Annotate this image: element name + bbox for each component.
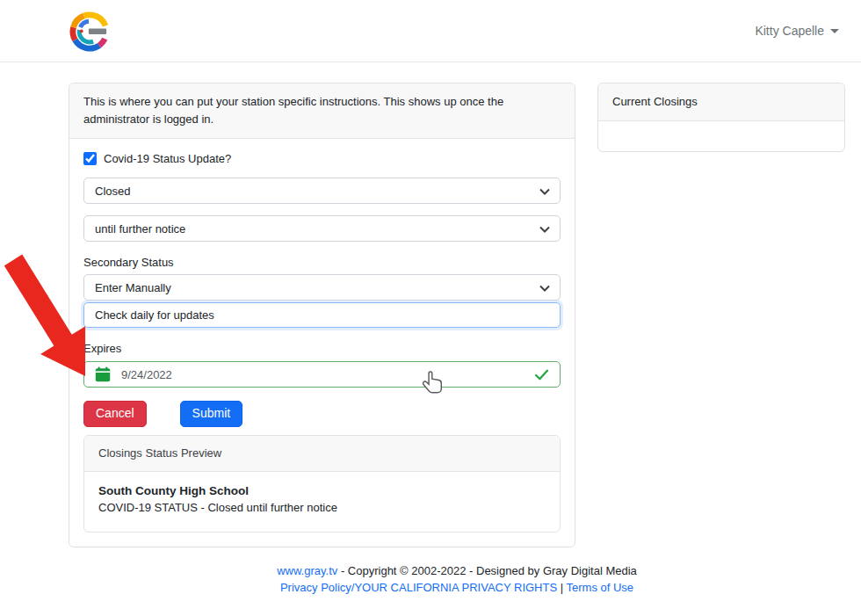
expires-label: Expires <box>83 342 561 355</box>
duration-select-value: until further notice <box>95 222 185 236</box>
secondary-status-select-value: Enter Manually <box>95 281 171 294</box>
station-form-card: This is where you can put your station s… <box>69 83 575 547</box>
privacy-policy-link[interactable]: Privacy Policy/YOUR CALIFORNIA PRIVACY R… <box>280 581 557 594</box>
legal-separator: | <box>557 581 566 594</box>
footer-copyright-line: www.gray.tv - Copyright © 2002-2022 - De… <box>69 562 845 580</box>
secondary-status-select[interactable]: Enter Manually <box>83 274 561 301</box>
expires-date-input[interactable]: 9/24/2022 <box>83 361 561 388</box>
duration-select[interactable]: until further notice <box>83 215 561 242</box>
calendar-icon <box>95 366 111 382</box>
status-select[interactable]: Closed <box>83 178 561 204</box>
chevron-down-icon <box>830 29 839 33</box>
current-closings-body <box>598 121 844 151</box>
user-name: Kitty Capelle <box>755 24 824 38</box>
current-closings-card: Current Closings <box>597 83 845 152</box>
gray-tv-logo-icon <box>66 8 113 55</box>
page-content: This is where you can put your station s… <box>69 83 861 547</box>
form-body: Covid-19 Status Update? Closed until fur… <box>69 139 575 547</box>
user-account-menu[interactable]: Kitty Capelle <box>755 24 839 38</box>
instructions-banner: This is where you can put your station s… <box>69 83 575 139</box>
cancel-button[interactable]: Cancel <box>83 401 147 426</box>
covid-status-label: Covid-19 Status Update? <box>104 152 231 165</box>
chevron-down-icon <box>539 188 550 195</box>
chevron-down-icon <box>539 226 550 233</box>
manual-status-input[interactable] <box>83 302 561 328</box>
current-closings-header: Current Closings <box>598 83 844 121</box>
terms-of-use-link[interactable]: Terms of Use <box>567 581 634 594</box>
copyright-text: - Copyright © 2002-2022 - Designed by Gr… <box>337 564 637 577</box>
form-actions: Cancel Submit <box>83 401 561 426</box>
chevron-down-icon <box>539 285 550 292</box>
gray-tv-link[interactable]: www.gray.tv <box>277 564 337 577</box>
valid-check-icon <box>534 367 549 382</box>
secondary-status-label: Secondary Status <box>83 256 561 269</box>
status-select-value: Closed <box>95 185 130 198</box>
covid-status-row: Covid-19 Status Update? <box>83 152 561 165</box>
closings-preview-card: Closings Status Preview South County Hig… <box>83 435 561 533</box>
page-footer: www.gray.tv - Copyright © 2002-2022 - De… <box>69 562 845 597</box>
school-name: South County High School <box>98 484 546 497</box>
covid-status-checkbox[interactable] <box>83 152 97 165</box>
expires-date-value: 9/24/2022 <box>121 368 172 381</box>
closings-preview-header: Closings Status Preview <box>84 436 560 472</box>
closings-preview-body: South County High School COVID-19 STATUS… <box>84 472 560 532</box>
school-status-line: COVID-19 STATUS - Closed until further n… <box>98 501 546 514</box>
top-navbar: Kitty Capelle <box>0 0 861 62</box>
submit-button[interactable]: Submit <box>180 401 243 426</box>
footer-legal-line: Privacy Policy/YOUR CALIFORNIA PRIVACY R… <box>69 579 845 597</box>
